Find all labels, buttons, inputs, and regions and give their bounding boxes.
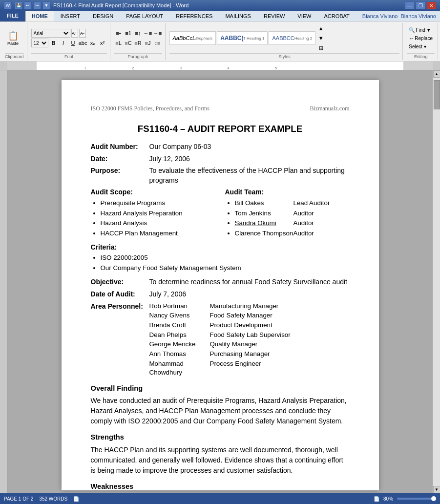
style-emphasis[interactable]: AaBbCcL Emphasis bbox=[169, 31, 216, 45]
decrease-indent-button[interactable]: ←≡ bbox=[144, 29, 152, 38]
increase-indent-button[interactable]: →≡ bbox=[153, 29, 162, 38]
font-settings: Arial A+ A- 12 B I U abc bbox=[31, 29, 107, 47]
purpose-label: Purpose: bbox=[91, 166, 149, 185]
font-name-select[interactable]: Arial bbox=[31, 29, 70, 38]
font-shrink-button[interactable]: A- bbox=[79, 29, 86, 38]
tab-view[interactable]: VIEW bbox=[291, 11, 317, 21]
numbering-button[interactable]: ≡1 bbox=[124, 29, 133, 38]
tab-page-layout[interactable]: PAGE LAYOUT bbox=[120, 11, 169, 21]
replace-button[interactable]: ↔ Replace bbox=[407, 35, 435, 42]
line-spacing-button[interactable]: ↕≡ bbox=[153, 39, 162, 47]
editing-controls: 🔍 Find ▼ ↔ Replace Select ▾ bbox=[407, 24, 435, 52]
tab-insert[interactable]: INSERT bbox=[54, 11, 86, 21]
view-print-icon[interactable]: 📄 bbox=[374, 496, 379, 502]
tab-design[interactable]: DESIGN bbox=[86, 11, 120, 21]
bold-button[interactable]: B bbox=[49, 39, 58, 47]
vertical-scrollbar[interactable]: ▲ ▼ bbox=[433, 70, 440, 493]
header-right: Bizmanualz.com bbox=[310, 105, 350, 113]
more-icon[interactable]: ▼ bbox=[42, 1, 50, 9]
personnel-role-2: Food Safety Manager bbox=[210, 311, 291, 320]
tab-review[interactable]: REVIEW bbox=[257, 11, 291, 21]
clipboard-label: Clipboard bbox=[5, 53, 24, 59]
font-group: Arial A+ A- 12 B I U abc bbox=[28, 23, 110, 60]
restore-button[interactable]: ❐ bbox=[416, 1, 425, 9]
scroll-down-button[interactable]: ▼ bbox=[433, 486, 440, 493]
overall-finding-heading: Overall Finding bbox=[91, 383, 350, 394]
tab-mailings[interactable]: MAILINGS bbox=[219, 11, 257, 21]
font-size-select[interactable]: 12 bbox=[31, 39, 48, 47]
date-of-audit-label: Date of Audit: bbox=[91, 290, 149, 299]
scope-item-4: HACCP Plan Management bbox=[101, 229, 215, 238]
save-icon[interactable]: 💾 bbox=[15, 1, 22, 9]
zoom-level: 80% bbox=[383, 496, 393, 502]
title-bar-left: W 💾 ↩ ↪ ▼ FS1160-4 Final Audit Report [C… bbox=[4, 1, 189, 9]
italic-button[interactable]: I bbox=[59, 39, 68, 47]
criteria-item-1: ISO 22000:2005 bbox=[101, 253, 350, 263]
personnel-role-3: Product Development bbox=[210, 321, 291, 330]
ribbon-tabs: FILE HOME INSERT DESIGN PAGE LAYOUT REFE… bbox=[0, 11, 440, 22]
team-member-1: Bill OakesLead Auditor bbox=[235, 199, 350, 208]
objective-value: To determine readiness for annual Food S… bbox=[149, 277, 347, 287]
tab-references[interactable]: REFERENCES bbox=[169, 11, 219, 21]
superscript-button[interactable]: x² bbox=[98, 39, 107, 47]
minimize-button[interactable]: — bbox=[405, 1, 415, 9]
styles-scroll-down[interactable]: ▼ bbox=[316, 34, 325, 42]
document-page: ISO 22000 FSMS Policies, Procedures, and… bbox=[62, 80, 379, 490]
select-button[interactable]: Select ▾ bbox=[407, 43, 435, 50]
justify-button[interactable]: ≡J bbox=[144, 39, 152, 47]
date-row: Date: July 12, 2006 bbox=[91, 154, 350, 164]
close-button[interactable]: ✕ bbox=[426, 1, 436, 9]
underline-button[interactable]: U bbox=[69, 39, 78, 47]
tab-acrobat[interactable]: ACROBAT bbox=[317, 11, 356, 21]
zoom-slider[interactable] bbox=[397, 498, 436, 500]
styles-expand[interactable]: ⊞ bbox=[316, 43, 325, 52]
styles-gallery: AaBbCcL Emphasis AABBC( ¶ Heading 1 AABB… bbox=[169, 24, 326, 52]
align-center-button[interactable]: ≡C bbox=[124, 39, 133, 47]
zoom-thumb[interactable] bbox=[431, 496, 436, 501]
date-of-audit-value: July 7, 2006 bbox=[149, 290, 187, 299]
styles-scroll-up[interactable]: ▲ bbox=[316, 24, 325, 33]
vertical-ruler bbox=[0, 70, 7, 493]
ruler-right-gray bbox=[403, 62, 433, 70]
replace-icon: ↔ bbox=[409, 36, 414, 41]
scroll-up-button[interactable]: ▲ bbox=[433, 70, 440, 78]
criteria-label: Criteria: bbox=[91, 243, 149, 252]
align-left-button[interactable]: ≡L bbox=[114, 39, 123, 47]
font-grow-button[interactable]: A+ bbox=[71, 29, 78, 38]
multilevel-button[interactable]: ≡↕ bbox=[134, 29, 143, 38]
undo-icon[interactable]: ↩ bbox=[24, 1, 32, 9]
bullets-button[interactable]: ≡• bbox=[114, 29, 123, 38]
personnel-name-2: Nancy Givens bbox=[149, 311, 208, 320]
tab-home[interactable]: HOME bbox=[25, 11, 54, 21]
personnel-role-5: Quality Manager bbox=[210, 340, 291, 349]
style-heading1[interactable]: AABBC( ¶ Heading 1 bbox=[217, 31, 268, 45]
paste-button[interactable]: 📋 Paste bbox=[5, 29, 21, 47]
personnel-grid: Rob PortmanManufacturing Manager Nancy G… bbox=[149, 302, 291, 378]
find-button[interactable]: 🔍 Find ▼ bbox=[407, 26, 435, 34]
align-right-button[interactable]: ≡R bbox=[134, 39, 143, 47]
area-personnel-label: Area Personnel: bbox=[91, 302, 149, 378]
audit-number-row: Audit Number: Our Company 06-03 bbox=[91, 142, 350, 152]
page-area[interactable]: ISO 22000 FSMS Policies, Procedures, and… bbox=[7, 70, 433, 493]
font-name-row: Arial A+ A- bbox=[31, 29, 107, 38]
personnel-name-3: Brenda Croft bbox=[149, 321, 208, 330]
date-value: July 12, 2006 bbox=[149, 154, 190, 164]
area-personnel-row: Area Personnel: Rob PortmanManufacturing… bbox=[91, 302, 350, 378]
personnel-name-7: MohammadChowdhury bbox=[149, 359, 208, 378]
redo-icon[interactable]: ↪ bbox=[33, 1, 41, 9]
personnel-role-4: Food Safety Lab Supervisor bbox=[210, 331, 291, 340]
editing-label: Editing bbox=[407, 53, 435, 59]
strengths-text: The HACCP Plan and its supporting system… bbox=[91, 445, 350, 476]
quick-access-toolbar: 💾 ↩ ↪ ▼ bbox=[15, 1, 50, 9]
personnel-name-1: Rob Portman bbox=[149, 302, 208, 311]
app-icon: W bbox=[4, 1, 12, 9]
scroll-track[interactable] bbox=[433, 78, 440, 486]
purpose-row: Purpose: To evaluate the effectiveness o… bbox=[91, 166, 350, 185]
tab-file[interactable]: FILE bbox=[0, 11, 25, 21]
personnel-role-6: Purchasing Manager bbox=[210, 350, 291, 359]
style-heading2[interactable]: AABBCC Heading 2 bbox=[269, 31, 315, 45]
subscript-button[interactable]: x₂ bbox=[88, 39, 97, 47]
editing-group: 🔍 Find ▼ ↔ Replace Select ▾ Editing bbox=[404, 23, 438, 60]
scroll-thumb[interactable] bbox=[434, 80, 440, 109]
strikethrough-button[interactable]: abc bbox=[79, 39, 87, 47]
